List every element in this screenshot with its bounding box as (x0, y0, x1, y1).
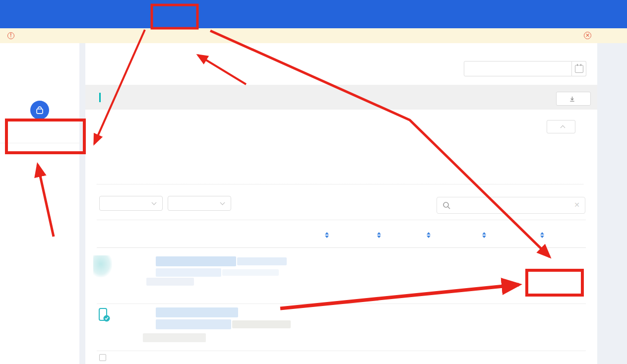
date-range-picker[interactable] (464, 61, 572, 76)
download-icon (569, 96, 575, 102)
row-checkbox[interactable] (99, 354, 106, 361)
section-band (85, 85, 597, 110)
search-input[interactable] (455, 197, 569, 213)
mobile-verified-icon (98, 307, 110, 322)
page: ! ✕ (0, 0, 627, 364)
blurred-title-bar (156, 268, 221, 277)
calendar-icon (575, 65, 583, 73)
sort-icon[interactable] (325, 232, 329, 238)
sort-icon[interactable] (482, 232, 486, 238)
divider (97, 247, 586, 248)
warning-icon: ! (7, 32, 14, 39)
product-image[interactable] (113, 351, 153, 364)
all-category-select[interactable] (168, 196, 231, 211)
blurred-title-bar (237, 257, 287, 265)
blurred-title-bar (143, 333, 206, 342)
bag-icon (34, 105, 45, 116)
chevron-down-icon (152, 200, 157, 205)
divider (97, 303, 586, 304)
section-accent-bar (99, 93, 101, 102)
chevron-down-icon (220, 200, 225, 205)
blurred-select-area (93, 255, 112, 277)
blurred-title-bar (222, 269, 279, 276)
product-image-blurred[interactable] (113, 254, 153, 294)
product-search: ✕ (437, 197, 585, 214)
top-nav (0, 0, 627, 28)
divider (97, 351, 586, 351)
main-content: ✕ (85, 43, 597, 364)
notice-bar: ! ✕ (0, 28, 627, 43)
product-image-blurred[interactable] (113, 308, 153, 348)
blurred-title-bar (232, 320, 291, 328)
chevron-up-icon (560, 125, 565, 130)
sort-icon[interactable] (427, 232, 431, 238)
sort-icon[interactable] (377, 232, 381, 238)
clear-search-icon[interactable]: ✕ (574, 201, 580, 209)
blurred-title-bar (156, 256, 236, 266)
calendar-button[interactable] (572, 61, 586, 76)
download-button[interactable] (556, 92, 591, 106)
blurred-title-bar (156, 319, 231, 329)
divider (97, 184, 583, 184)
blurred-title-bar (156, 307, 238, 317)
more-button[interactable] (547, 120, 575, 133)
sort-icon[interactable] (540, 232, 544, 238)
divider (97, 220, 586, 220)
product-analysis-icon (30, 101, 49, 120)
close-icon[interactable]: ✕ (584, 32, 591, 39)
search-icon (442, 201, 451, 210)
sidebar (0, 43, 79, 364)
custom-category-select[interactable] (99, 196, 163, 211)
blurred-title-bar (146, 278, 194, 286)
divider (0, 143, 79, 143)
